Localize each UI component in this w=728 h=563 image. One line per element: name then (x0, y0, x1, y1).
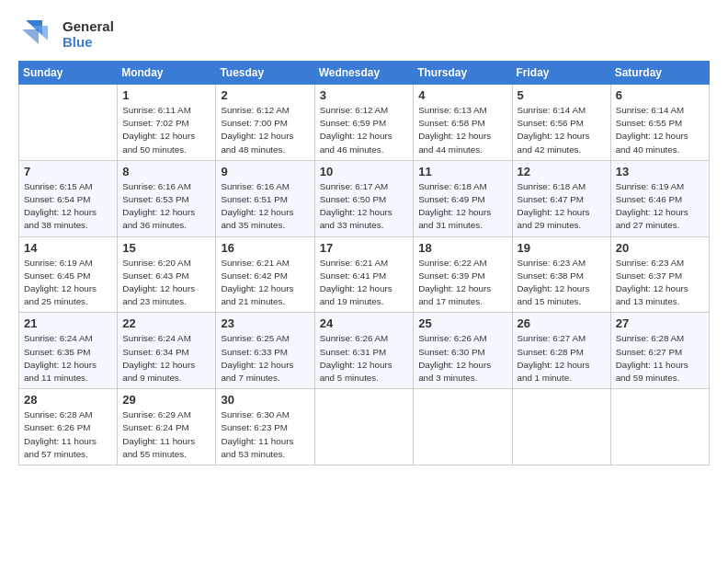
page: General Blue SundayMondayTuesdayWednesda… (0, 0, 728, 563)
week-row-1: 7Sunrise: 6:15 AM Sunset: 6:54 PM Daylig… (19, 160, 710, 236)
day-cell (610, 389, 709, 465)
day-cell: 30Sunrise: 6:30 AM Sunset: 6:23 PM Dayli… (216, 389, 314, 465)
day-info: Sunrise: 6:12 AM Sunset: 7:00 PM Dayligh… (221, 104, 309, 156)
day-cell: 5Sunrise: 6:14 AM Sunset: 6:56 PM Daylig… (512, 85, 610, 161)
day-number: 18 (418, 241, 506, 255)
week-row-0: 1Sunrise: 6:11 AM Sunset: 7:02 PM Daylig… (19, 85, 710, 161)
day-cell: 25Sunrise: 6:26 AM Sunset: 6:30 PM Dayli… (414, 313, 512, 389)
day-cell: 12Sunrise: 6:18 AM Sunset: 6:47 PM Dayli… (512, 160, 610, 236)
day-number: 7 (24, 165, 112, 178)
day-info: Sunrise: 6:14 AM Sunset: 6:56 PM Dayligh… (518, 104, 606, 156)
day-info: Sunrise: 6:26 AM Sunset: 6:31 PM Dayligh… (320, 332, 409, 385)
day-cell: 11Sunrise: 6:18 AM Sunset: 6:49 PM Dayli… (414, 160, 512, 236)
day-cell: 27Sunrise: 6:28 AM Sunset: 6:27 PM Dayli… (610, 313, 709, 389)
header-cell-tuesday: Tuesday (216, 62, 314, 85)
calendar-body: 1Sunrise: 6:11 AM Sunset: 7:02 PM Daylig… (19, 85, 710, 465)
day-info: Sunrise: 6:17 AM Sunset: 6:50 PM Dayligh… (320, 180, 409, 233)
day-info: Sunrise: 6:16 AM Sunset: 6:53 PM Dayligh… (122, 180, 210, 233)
day-cell: 17Sunrise: 6:21 AM Sunset: 6:41 PM Dayli… (314, 236, 414, 313)
day-cell: 4Sunrise: 6:13 AM Sunset: 6:58 PM Daylig… (414, 85, 512, 161)
day-number: 26 (518, 316, 606, 330)
day-number: 1 (122, 88, 210, 102)
week-row-2: 14Sunrise: 6:19 AM Sunset: 6:45 PM Dayli… (19, 236, 710, 313)
day-number: 14 (24, 241, 112, 255)
day-cell: 29Sunrise: 6:29 AM Sunset: 6:24 PM Dayli… (118, 389, 216, 465)
day-cell: 23Sunrise: 6:25 AM Sunset: 6:33 PM Dayli… (216, 313, 314, 389)
day-number: 21 (24, 316, 112, 330)
day-cell (512, 389, 610, 465)
day-cell (314, 389, 414, 465)
day-number: 27 (616, 316, 704, 330)
day-info: Sunrise: 6:15 AM Sunset: 6:54 PM Dayligh… (24, 180, 112, 233)
svg-marker-2 (22, 29, 39, 44)
day-info: Sunrise: 6:30 AM Sunset: 6:23 PM Dayligh… (221, 408, 309, 461)
day-info: Sunrise: 6:13 AM Sunset: 6:58 PM Dayligh… (418, 104, 506, 156)
day-number: 16 (221, 241, 309, 255)
day-cell: 16Sunrise: 6:21 AM Sunset: 6:42 PM Dayli… (216, 236, 314, 313)
day-cell: 7Sunrise: 6:15 AM Sunset: 6:54 PM Daylig… (19, 160, 118, 236)
logo-wordmark: General Blue (18, 17, 114, 52)
day-cell: 15Sunrise: 6:20 AM Sunset: 6:43 PM Dayli… (118, 236, 216, 313)
day-cell: 13Sunrise: 6:19 AM Sunset: 6:46 PM Dayli… (610, 160, 709, 236)
day-number: 23 (221, 316, 309, 330)
calendar-header: SundayMondayTuesdayWednesdayThursdayFrid… (19, 62, 710, 85)
day-cell: 21Sunrise: 6:24 AM Sunset: 6:35 PM Dayli… (19, 313, 118, 389)
header-cell-monday: Monday (118, 62, 216, 85)
day-cell: 9Sunrise: 6:16 AM Sunset: 6:51 PM Daylig… (216, 160, 314, 236)
day-number: 2 (221, 88, 309, 102)
day-cell: 2Sunrise: 6:12 AM Sunset: 7:00 PM Daylig… (216, 85, 314, 161)
day-info: Sunrise: 6:24 AM Sunset: 6:35 PM Dayligh… (24, 332, 112, 385)
day-info: Sunrise: 6:29 AM Sunset: 6:24 PM Dayligh… (122, 408, 210, 461)
week-row-3: 21Sunrise: 6:24 AM Sunset: 6:35 PM Dayli… (19, 313, 710, 389)
day-info: Sunrise: 6:25 AM Sunset: 6:33 PM Dayligh… (221, 332, 309, 385)
calendar-table: SundayMondayTuesdayWednesdayThursdayFrid… (18, 61, 710, 465)
day-cell: 14Sunrise: 6:19 AM Sunset: 6:45 PM Dayli… (19, 236, 118, 313)
day-cell: 26Sunrise: 6:27 AM Sunset: 6:28 PM Dayli… (512, 313, 610, 389)
day-cell: 10Sunrise: 6:17 AM Sunset: 6:50 PM Dayli… (314, 160, 414, 236)
header-row: SundayMondayTuesdayWednesdayThursdayFrid… (19, 62, 710, 85)
day-number: 6 (616, 88, 704, 102)
day-info: Sunrise: 6:20 AM Sunset: 6:43 PM Dayligh… (122, 257, 210, 309)
day-cell: 28Sunrise: 6:28 AM Sunset: 6:26 PM Dayli… (19, 389, 118, 465)
day-number: 19 (518, 241, 606, 255)
day-cell: 1Sunrise: 6:11 AM Sunset: 7:02 PM Daylig… (118, 85, 216, 161)
header: General Blue (18, 17, 710, 52)
day-number: 15 (122, 241, 210, 255)
logo-blue: Blue (63, 34, 114, 50)
day-number: 25 (418, 316, 506, 330)
day-info: Sunrise: 6:26 AM Sunset: 6:30 PM Dayligh… (418, 332, 506, 385)
day-number: 3 (320, 88, 409, 102)
day-info: Sunrise: 6:23 AM Sunset: 6:38 PM Dayligh… (518, 257, 606, 309)
day-info: Sunrise: 6:16 AM Sunset: 6:51 PM Dayligh… (221, 180, 309, 233)
day-number: 12 (518, 165, 606, 178)
day-cell: 18Sunrise: 6:22 AM Sunset: 6:39 PM Dayli… (414, 236, 512, 313)
day-number: 4 (418, 88, 506, 102)
header-cell-thursday: Thursday (414, 62, 512, 85)
day-info: Sunrise: 6:19 AM Sunset: 6:45 PM Dayligh… (24, 257, 112, 309)
day-info: Sunrise: 6:11 AM Sunset: 7:02 PM Dayligh… (122, 104, 210, 156)
day-info: Sunrise: 6:21 AM Sunset: 6:41 PM Dayligh… (320, 257, 409, 309)
day-number: 9 (221, 165, 309, 178)
day-number: 20 (616, 241, 704, 255)
day-number: 13 (616, 165, 704, 178)
day-info: Sunrise: 6:28 AM Sunset: 6:26 PM Dayligh… (24, 408, 112, 461)
header-cell-wednesday: Wednesday (314, 62, 414, 85)
day-info: Sunrise: 6:19 AM Sunset: 6:46 PM Dayligh… (616, 180, 704, 233)
day-cell (414, 389, 512, 465)
header-cell-saturday: Saturday (610, 62, 709, 85)
day-number: 5 (518, 88, 606, 102)
day-info: Sunrise: 6:21 AM Sunset: 6:42 PM Dayligh… (221, 257, 309, 309)
day-info: Sunrise: 6:14 AM Sunset: 6:55 PM Dayligh… (616, 104, 704, 156)
day-info: Sunrise: 6:24 AM Sunset: 6:34 PM Dayligh… (122, 332, 210, 385)
day-number: 8 (122, 165, 210, 178)
header-cell-sunday: Sunday (19, 62, 118, 85)
day-cell: 8Sunrise: 6:16 AM Sunset: 6:53 PM Daylig… (118, 160, 216, 236)
week-row-4: 28Sunrise: 6:28 AM Sunset: 6:26 PM Dayli… (19, 389, 710, 465)
day-info: Sunrise: 6:22 AM Sunset: 6:39 PM Dayligh… (418, 257, 506, 309)
logo-graphic (18, 17, 59, 52)
day-cell: 22Sunrise: 6:24 AM Sunset: 6:34 PM Dayli… (118, 313, 216, 389)
day-number: 29 (122, 393, 210, 407)
day-info: Sunrise: 6:27 AM Sunset: 6:28 PM Dayligh… (518, 332, 606, 385)
day-number: 30 (221, 393, 309, 407)
day-info: Sunrise: 6:18 AM Sunset: 6:47 PM Dayligh… (518, 180, 606, 233)
